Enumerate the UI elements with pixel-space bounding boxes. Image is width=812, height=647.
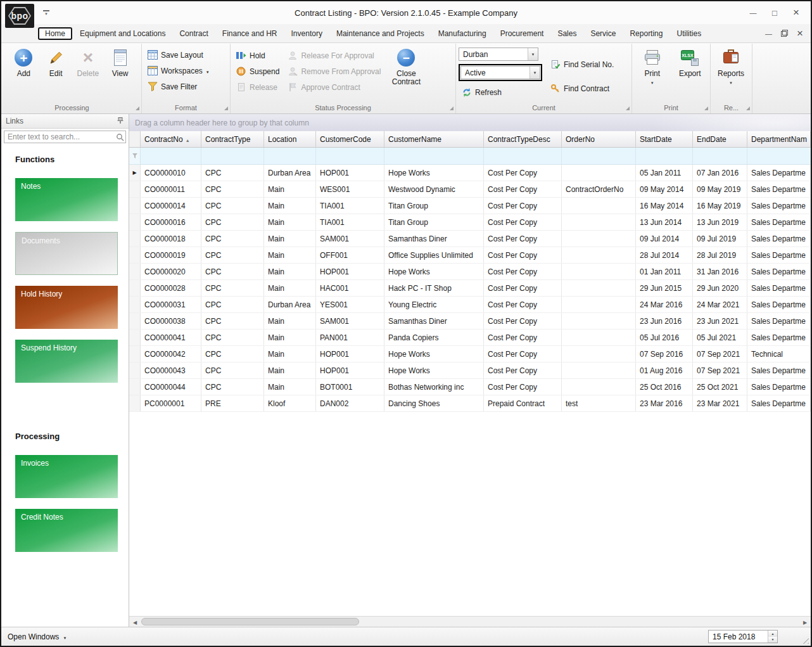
ribbon-tab[interactable]: Manufacturing [432, 27, 493, 40]
ribbon-tab[interactable]: Service [584, 27, 622, 40]
view-button[interactable]: View [104, 46, 136, 78]
sidebar-tile[interactable]: Notes [15, 178, 118, 221]
date-input[interactable] [709, 632, 768, 641]
filter-cell[interactable] [201, 148, 264, 164]
filter-cell[interactable] [693, 148, 747, 164]
release-for-approval-button[interactable]: Release For Approval [284, 48, 383, 63]
search-input[interactable] [4, 132, 114, 141]
filter-cell[interactable] [562, 148, 636, 164]
scrollbar-track[interactable] [141, 617, 799, 627]
table-row[interactable]: CO0000042 CPC Main HOP001 Hope Works Cos… [129, 346, 811, 362]
sidebar-tile[interactable]: Hold History [15, 286, 118, 329]
chevron-down-icon[interactable] [528, 48, 538, 60]
table-row[interactable]: CO0000018 CPC Main SAM001 Samanthas Dine… [129, 231, 811, 247]
add-button[interactable]: Add [8, 46, 40, 78]
save-layout-button[interactable]: Save Layout [144, 47, 206, 63]
table-row[interactable]: CO0000014 CPC Main TIA001 Titan Group Co… [129, 198, 811, 214]
hold-button[interactable]: Hold [233, 48, 282, 63]
filter-cell[interactable] [316, 148, 384, 164]
column-header-location[interactable]: Location [264, 131, 316, 147]
column-header-orderno[interactable]: OrderNo [562, 131, 636, 147]
approve-contract-button[interactable]: Approve Contract [284, 79, 383, 95]
dialog-launcher-icon[interactable] [224, 106, 228, 110]
filter-cell[interactable] [484, 148, 562, 164]
dialog-launcher-icon[interactable] [704, 106, 708, 110]
table-row[interactable]: CO0000038 CPC Main SAM001 Samanthas Dine… [129, 313, 811, 330]
filter-cell[interactable] [141, 148, 201, 164]
release-button[interactable]: Release [233, 79, 282, 95]
group-by-bar[interactable]: Drag a column header here to group by th… [129, 114, 811, 131]
ribbon-tab[interactable]: Reporting [623, 27, 669, 40]
site-combo[interactable]: Durban [459, 48, 538, 61]
column-header-customercode[interactable]: CustomerCode [316, 131, 384, 147]
spinner-down-icon[interactable] [768, 637, 777, 643]
ribbon-tab[interactable]: Sales [551, 27, 583, 40]
ribbon-tab[interactable]: Home [38, 27, 72, 40]
table-row[interactable]: CO0000041 CPC Main PAN001 Panda Copiers … [129, 330, 811, 346]
date-editor[interactable] [708, 630, 778, 643]
table-row[interactable]: CO0000011 CPC Main WES001 Westwood Dynam… [129, 181, 811, 198]
sidebar-tile[interactable]: Suspend History [15, 340, 118, 383]
maximize-icon[interactable] [764, 4, 785, 21]
column-header-contracttypedesc[interactable]: ContractTypeDesc [484, 131, 562, 147]
mdi-close-icon[interactable] [797, 27, 803, 40]
close-icon[interactable] [785, 4, 807, 21]
scrollbar-thumb[interactable] [141, 618, 359, 625]
find-contract-button[interactable]: Find Contract [547, 80, 616, 96]
suspend-button[interactable]: Suspend [233, 63, 282, 79]
edit-button[interactable]: Edit [40, 46, 72, 78]
sidebar-tile[interactable]: Documents [15, 232, 118, 275]
search-box[interactable] [4, 131, 126, 143]
column-header-enddate[interactable]: EndDate [693, 131, 747, 147]
status-combo[interactable]: Active [460, 66, 540, 79]
close-contract-button[interactable]: Close Contract [388, 46, 424, 86]
spinner-up-icon[interactable] [768, 631, 777, 637]
scroll-right-icon[interactable] [799, 617, 811, 626]
print-button[interactable]: Print [635, 46, 670, 87]
filter-cell[interactable] [747, 148, 811, 164]
minimize-icon[interactable] [742, 4, 764, 21]
ribbon-tab[interactable]: Utilities [670, 27, 707, 40]
chevron-down-icon[interactable] [530, 67, 540, 79]
open-windows-button[interactable]: Open Windows [8, 632, 67, 641]
table-row[interactable]: CO0000010 CPC Durban Area HOP001 Hope Wo… [129, 165, 811, 181]
table-row[interactable]: CO0000020 CPC Main HOP001 Hope Works Cos… [129, 264, 811, 280]
delete-button[interactable]: × Delete [72, 46, 105, 78]
column-header-contractno[interactable]: ContractNo [141, 131, 201, 147]
refresh-button[interactable]: Refresh [459, 84, 542, 100]
column-header-customername[interactable]: CustomerName [384, 131, 484, 147]
reports-button[interactable]: Reports [713, 46, 749, 87]
table-row[interactable]: CO0000031 CPC Durban Area YES001 Young E… [129, 297, 811, 313]
ribbon-tab[interactable]: Equipment and Locations [73, 27, 172, 40]
ribbon-tab[interactable]: Contract [173, 27, 214, 40]
find-serial-button[interactable]: Find Serial No. [547, 56, 616, 72]
export-button[interactable]: XLSX Export [673, 46, 708, 78]
resize-grip[interactable] [801, 636, 809, 644]
table-row[interactable]: CO0000016 CPC Main TIA001 Titan Group Co… [129, 214, 811, 231]
ribbon-tab[interactable]: Maintenance and Projects [330, 27, 431, 40]
filter-cell[interactable] [636, 148, 693, 164]
save-filter-button[interactable]: Save Filter [144, 79, 200, 94]
table-row[interactable]: PC0000001 PRE Kloof DAN002 Dancing Shoes… [129, 395, 811, 412]
ribbon-tab[interactable]: Inventory [285, 27, 329, 40]
mdi-restore-icon[interactable] [781, 30, 788, 37]
table-row[interactable]: CO0000028 CPC Main HAC001 Hack PC - IT S… [129, 280, 811, 297]
scroll-left-icon[interactable] [129, 617, 141, 626]
pin-icon[interactable] [117, 117, 124, 126]
sidebar-tile[interactable]: Invoices [15, 455, 118, 498]
filter-cell[interactable] [264, 148, 316, 164]
column-header-contracttype[interactable]: ContractType [201, 131, 264, 147]
column-header-startdate[interactable]: StartDate [636, 131, 693, 147]
dialog-launcher-icon[interactable] [626, 106, 630, 110]
table-row[interactable]: CO0000019 CPC Main OFF001 Office Supplie… [129, 247, 811, 264]
mdi-minimize-icon[interactable] [765, 29, 772, 38]
ribbon-tab[interactable]: Finance and HR [216, 27, 284, 40]
sidebar-tile[interactable]: Credit Notes [15, 509, 118, 552]
search-icon[interactable] [114, 133, 125, 141]
workspaces-button[interactable]: Workspaces [144, 63, 212, 79]
filter-cell[interactable] [384, 148, 484, 164]
dialog-launcher-icon[interactable] [450, 106, 454, 110]
dialog-launcher-icon[interactable] [746, 106, 750, 110]
column-header-departmentname[interactable]: DepartmentNam [747, 131, 811, 147]
table-row[interactable]: CO0000044 CPC Main BOT0001 Bothas Networ… [129, 379, 811, 395]
